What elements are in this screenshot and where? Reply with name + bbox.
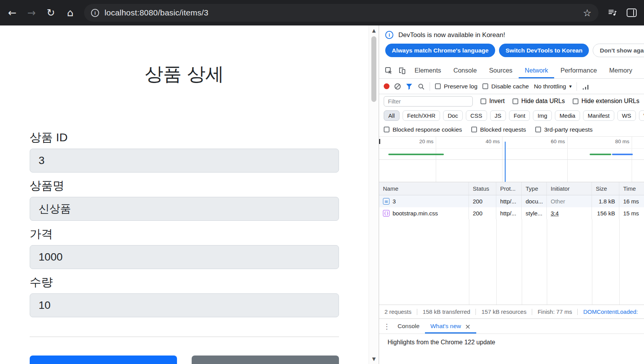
column-header-type[interactable]: Type xyxy=(522,182,547,195)
scroll-down-icon[interactable]: ▼ xyxy=(369,356,379,362)
blocked-requests-checkbox[interactable]: Blocked requests xyxy=(471,126,526,133)
back-to-list-button[interactable]: 목록으로 xyxy=(192,356,339,364)
filter-chip-media[interactable]: Media xyxy=(555,110,580,121)
tab-elements[interactable]: Elements xyxy=(408,63,447,78)
invert-label: Invert xyxy=(489,98,505,105)
clear-icon[interactable] xyxy=(394,83,401,90)
waterfall-bar-blue xyxy=(612,154,633,155)
switch-korean-button[interactable]: Switch DevTools to Korean xyxy=(499,44,589,57)
tab-network[interactable]: Network xyxy=(519,63,555,78)
hide-data-urls-checkbox[interactable]: Hide data URLs xyxy=(513,98,565,105)
filter-chip-doc[interactable]: Doc xyxy=(443,110,463,121)
network-request-row[interactable]: {} bootstrap.min.css 200 http/... style.… xyxy=(379,207,644,219)
match-language-button[interactable]: Always match Chrome's language xyxy=(385,44,495,57)
column-header-size[interactable]: Size xyxy=(592,182,619,195)
preserve-log-checkbox[interactable]: Preserve log xyxy=(435,83,477,90)
drawer-menu-icon[interactable]: ⋮ xyxy=(381,322,392,330)
column-separator xyxy=(547,219,547,305)
filter-chip-img[interactable]: Img xyxy=(533,110,552,121)
filter-chip-css[interactable]: CSS xyxy=(466,110,487,121)
request-name: 3 xyxy=(393,198,396,205)
item-name-field[interactable] xyxy=(30,197,339,221)
dont-show-again-button[interactable]: Don't show again xyxy=(593,44,644,57)
third-party-requests-checkbox[interactable]: 3rd-party requests xyxy=(535,126,593,133)
filter-chip-wasm[interactable]: Wasm xyxy=(639,110,644,121)
media-controls-icon[interactable] xyxy=(604,4,621,21)
column-header-time[interactable]: Time xyxy=(619,182,644,195)
throttling-dropdown[interactable]: No throttling ▾ xyxy=(534,83,572,90)
back-icon[interactable]: ← xyxy=(4,4,21,21)
column-separator xyxy=(496,219,497,305)
initiator-link[interactable]: 3:4 xyxy=(551,210,559,217)
filter-icon[interactable] xyxy=(406,83,413,90)
edit-item-button[interactable]: 상품 수정 xyxy=(30,356,177,364)
device-toolbar-icon[interactable] xyxy=(395,64,408,77)
bookmark-star-icon[interactable]: ☆ xyxy=(583,7,592,19)
tab-memory[interactable]: Memory xyxy=(603,63,639,78)
hide-data-urls-label: Hide data URLs xyxy=(521,98,565,105)
drawer-tab-whats-new[interactable]: What's new × xyxy=(425,319,476,334)
close-icon[interactable]: × xyxy=(465,322,471,330)
column-header-status[interactable]: Status xyxy=(469,182,496,195)
drawer-tabbar: ⋮ Console What's new × xyxy=(379,318,644,334)
item-quantity-field[interactable] xyxy=(30,293,339,317)
page-scrollbar[interactable]: ▲ ▼ xyxy=(369,25,379,364)
hide-extension-urls-checkbox[interactable]: Hide extension URLs xyxy=(573,98,639,105)
inspect-element-icon[interactable] xyxy=(382,64,395,77)
reload-icon[interactable]: ↻ xyxy=(42,4,59,21)
timeline-edge-handle[interactable] xyxy=(379,139,380,144)
request-name-cell: {} bootstrap.min.css xyxy=(379,207,469,219)
column-header-protocol[interactable]: Prot... xyxy=(496,182,522,195)
item-id-label: 상품 ID xyxy=(30,130,339,146)
filter-chip-font[interactable]: Font xyxy=(509,110,530,121)
column-header-initiator[interactable]: Initiator xyxy=(547,182,592,195)
tab-performance[interactable]: Performance xyxy=(554,63,603,78)
drawer-tab-console[interactable]: Console xyxy=(392,319,425,334)
side-panel-icon[interactable] xyxy=(623,4,640,21)
search-icon[interactable] xyxy=(418,83,425,90)
filter-chip-ws[interactable]: WS xyxy=(617,110,636,121)
summary-requests: 2 requests xyxy=(384,308,411,315)
hide-extension-urls-label: Hide extension URLs xyxy=(582,98,639,105)
timeline-rule xyxy=(379,148,644,149)
column-separator xyxy=(469,219,469,305)
invert-checkbox[interactable]: Invert xyxy=(480,98,505,105)
item-price-field[interactable] xyxy=(30,245,339,269)
item-id-field[interactable] xyxy=(30,149,339,173)
checkbox-box xyxy=(573,98,578,104)
filter-chip-js[interactable]: JS xyxy=(490,110,506,121)
blocked-response-cookies-checkbox[interactable]: Blocked response cookies xyxy=(384,126,462,133)
whats-new-panel: Highlights from the Chrome 122 update xyxy=(379,334,644,364)
filter-chip-fetch-xhr[interactable]: Fetch/XHR xyxy=(403,110,440,121)
network-conditions-icon[interactable] xyxy=(582,83,590,90)
network-overview-timeline[interactable]: 20 ms 40 ms 60 ms 80 ms xyxy=(379,137,644,182)
network-request-row[interactable]: ≡ 3 200 http/... docu... Other 1.8 kB 16… xyxy=(379,195,644,207)
request-size-cell: 156 kB xyxy=(592,207,619,219)
item-quantity-label: 수량 xyxy=(30,274,339,290)
scrollbar-thumb[interactable] xyxy=(371,36,376,102)
filter-chip-manifest[interactable]: Manifest xyxy=(583,110,614,121)
preserve-log-label: Preserve log xyxy=(444,83,477,90)
separator xyxy=(532,309,532,315)
checkbox-box xyxy=(513,98,518,104)
filter-chip-all[interactable]: All xyxy=(384,110,400,121)
timeline-tick: 40 ms xyxy=(473,139,500,144)
tab-sources[interactable]: Sources xyxy=(483,63,519,78)
url-bar[interactable]: i localhost:8080/basic/items/3 ☆ xyxy=(84,4,598,22)
url-text[interactable]: localhost:8080/basic/items/3 xyxy=(105,8,578,17)
site-info-icon[interactable]: i xyxy=(91,9,99,17)
timeline-tick: 60 ms xyxy=(538,139,565,144)
record-icon[interactable] xyxy=(384,83,389,89)
filter-input[interactable] xyxy=(384,96,473,107)
separator xyxy=(475,309,476,315)
forward-icon[interactable]: → xyxy=(23,4,40,21)
scroll-up-icon[interactable]: ▲ xyxy=(369,28,379,33)
timeline-rule xyxy=(379,159,644,160)
page-title: 상품 상세 xyxy=(30,62,339,86)
column-header-name[interactable]: Name xyxy=(379,182,469,195)
home-icon[interactable]: ⌂ xyxy=(62,4,79,21)
checkbox-box xyxy=(535,127,541,132)
disable-cache-checkbox[interactable]: Disable cache xyxy=(482,83,529,90)
tab-console[interactable]: Console xyxy=(447,63,483,78)
devtools-tabbar: Elements Console Sources Network Perform… xyxy=(379,63,644,79)
